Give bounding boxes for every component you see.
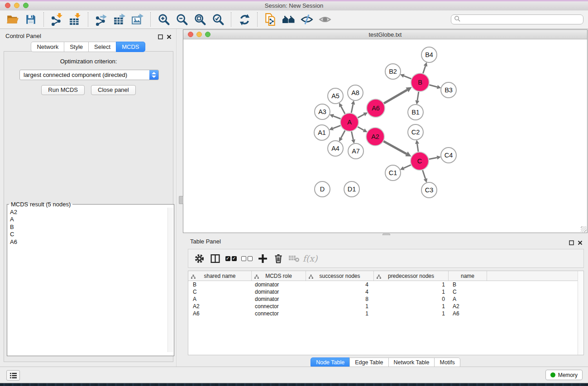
function-builder-icon[interactable]: f(x)	[304, 252, 316, 265]
zoom-out-icon[interactable]	[175, 12, 189, 27]
graph-node-A8[interactable]: A8	[348, 85, 363, 100]
graph-edge-A-A2[interactable]	[358, 127, 363, 130]
export-image-icon[interactable]	[131, 12, 144, 27]
network-canvas[interactable]: B4B2BB3A5A8A6A3B1AA1C2A2A4A7C4CC1DD1C3	[184, 39, 587, 232]
create-network-from-selection-icon[interactable]	[264, 12, 277, 27]
export-table-icon[interactable]	[113, 12, 126, 27]
graph-edge-A-A1[interactable]	[333, 125, 340, 128]
new-column-icon[interactable]	[256, 252, 269, 265]
task-history-button[interactable]	[6, 370, 20, 381]
window-resize-grip[interactable]	[581, 226, 587, 232]
refresh-view-icon[interactable]	[238, 12, 251, 27]
deselect-all-icon[interactable]	[240, 252, 253, 265]
graph-node-B3[interactable]: B3	[441, 82, 456, 98]
graph-node-A1[interactable]: A1	[314, 125, 330, 140]
vertical-splitter-handle[interactable]	[179, 196, 183, 204]
svg-text:B4: B4	[425, 51, 433, 58]
result-item: A	[10, 216, 174, 223]
table-row[interactable]: A2 connector 1 1 A2	[188, 303, 583, 310]
float-table-panel-icon[interactable]	[569, 239, 574, 247]
reset-view-icon[interactable]	[282, 12, 296, 27]
graph-node-A4[interactable]: A4	[328, 141, 343, 156]
graph-edge-A-A7[interactable]	[351, 132, 353, 140]
table-header-row: shared name MCDS role successor nodes pr…	[188, 271, 583, 281]
graph-edge-A-A4[interactable]	[341, 131, 345, 138]
graph-node-A3[interactable]: A3	[315, 104, 330, 119]
import-network-icon[interactable]	[50, 12, 64, 27]
graph-node-D1[interactable]: D1	[344, 181, 359, 197]
graph-edge-A6-B[interactable]	[384, 90, 407, 104]
table-mode-gear-icon[interactable]	[193, 252, 206, 265]
graph-edge-C-C1[interactable]	[404, 165, 411, 168]
close-panel-button[interactable]: Close panel	[91, 85, 136, 95]
svg-text:A4: A4	[331, 145, 339, 152]
show-column-icon[interactable]	[209, 252, 221, 265]
graph-node-B2[interactable]: B2	[385, 64, 401, 79]
open-session-icon[interactable]	[6, 12, 19, 27]
search-input[interactable]	[451, 14, 583, 24]
column-header-shared-name[interactable]: shared name	[188, 271, 252, 281]
graph-edge-A-A8[interactable]	[351, 104, 353, 113]
tab-style[interactable]: Style	[64, 42, 89, 52]
graph-node-A7[interactable]: A7	[348, 143, 363, 159]
graph-edge-C-C4[interactable]	[429, 157, 437, 159]
graph-node-B4[interactable]: B4	[421, 47, 437, 62]
zoom-in-icon[interactable]	[157, 12, 171, 27]
delete-columns-icon[interactable]	[272, 252, 285, 265]
delete-table-icon[interactable]	[288, 252, 301, 265]
graph-edge-C-C2[interactable]	[417, 144, 418, 152]
graph-edge-B-B2[interactable]	[404, 76, 411, 79]
graph-node-B[interactable]: B	[411, 73, 429, 91]
graph-edge-A2-C[interactable]	[383, 141, 406, 154]
table-row[interactable]: A dominator 8 0 A	[188, 295, 583, 303]
show-graphics-details-icon[interactable]	[300, 12, 314, 27]
close-panel-icon[interactable]	[167, 33, 172, 41]
float-panel-icon[interactable]	[158, 33, 163, 41]
memory-label: Memory	[558, 372, 578, 378]
table-row[interactable]: B dominator 4 1 B	[188, 281, 583, 288]
graph-node-A[interactable]: A	[340, 113, 359, 131]
graph-edge-A-A6[interactable]	[358, 114, 364, 118]
graph-edge-B-B4[interactable]	[423, 66, 425, 73]
zoom-selected-icon[interactable]	[211, 12, 225, 27]
graph-node-D[interactable]: D	[315, 181, 330, 197]
column-header-mcds-role[interactable]: MCDS role	[252, 271, 306, 281]
close-table-panel-icon[interactable]	[578, 239, 583, 247]
memory-button[interactable]: Memory	[545, 370, 583, 380]
hierarchy-icon	[377, 274, 381, 280]
graph-node-C2[interactable]: C2	[408, 124, 423, 140]
criterion-dropdown[interactable]: largest connected component (directed)	[19, 70, 159, 80]
graph-edge-A-A5[interactable]	[341, 106, 345, 114]
tab-mcds[interactable]: MCDS	[116, 42, 145, 52]
tab-select[interactable]: Select	[88, 42, 116, 52]
graph-node-C4[interactable]: C4	[441, 148, 456, 163]
run-mcds-button[interactable]: Run MCDS	[41, 85, 85, 95]
table-scrollbar[interactable]	[578, 271, 583, 355]
graph-edge-A-A3[interactable]	[333, 116, 340, 119]
graph-node-C[interactable]: C	[411, 152, 429, 170]
column-header-name[interactable]: name	[449, 271, 487, 281]
column-header-predecessor-nodes[interactable]: predecessor nodes	[374, 271, 449, 281]
table-row[interactable]: A6 connector 1 1 A6	[188, 310, 583, 317]
save-session-icon[interactable]	[24, 12, 38, 27]
hide-graphics-details-icon[interactable]	[318, 12, 332, 27]
zoom-fit-icon[interactable]	[193, 12, 207, 27]
tab-network[interactable]: Network	[31, 42, 64, 52]
table-row[interactable]: C dominator 4 1 C	[188, 288, 583, 295]
export-network-icon[interactable]	[95, 12, 108, 27]
graph-edge-C-C3[interactable]	[423, 170, 425, 179]
graph-node-C1[interactable]: C1	[385, 165, 401, 181]
graph-edge-B-B1[interactable]	[417, 92, 419, 101]
select-all-icon[interactable]: ✓✓	[225, 252, 237, 265]
import-table-icon[interactable]	[68, 12, 82, 27]
svg-text:C3: C3	[425, 186, 434, 194]
svg-text:D1: D1	[348, 186, 356, 193]
graph-node-C3[interactable]: C3	[421, 182, 437, 198]
graph-node-B1[interactable]: B1	[408, 105, 423, 120]
graph-edge-B-B3[interactable]	[429, 85, 437, 87]
column-header-successor-nodes[interactable]: successor nodes	[306, 271, 374, 281]
graph-node-A6[interactable]: A6	[367, 99, 385, 117]
result-scrollbar[interactable]	[167, 208, 173, 352]
graph-node-A5[interactable]: A5	[328, 88, 343, 104]
graph-node-A2[interactable]: A2	[366, 128, 384, 146]
